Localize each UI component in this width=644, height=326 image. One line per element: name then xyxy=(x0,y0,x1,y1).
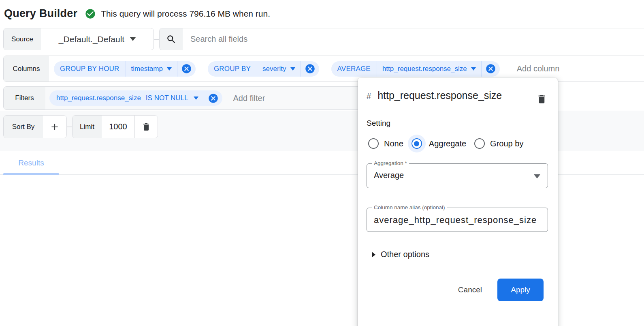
alias-field-label: Column name alias (optional) xyxy=(372,204,447,210)
tab-results[interactable]: Results xyxy=(3,151,59,175)
dialog-actions: Cancel Apply xyxy=(367,279,548,301)
aggregation-select[interactable]: Aggregation * Average xyxy=(367,163,548,188)
chip-field-dropdown[interactable]: http_request.response_size xyxy=(377,65,481,73)
dialog-field-name: http_request.response_size xyxy=(377,90,502,101)
filter-chip-dropdown[interactable]: http_request.response_size IS NOT NULL xyxy=(49,94,204,102)
sort-by-control: Sort By xyxy=(3,115,67,138)
remove-column-button[interactable] xyxy=(177,63,196,74)
dropdown-caret-icon xyxy=(534,174,540,178)
plus-icon xyxy=(49,122,60,132)
radio-aggregate[interactable]: Aggregate xyxy=(412,138,474,149)
page-title: Query Builder xyxy=(4,7,77,20)
close-circle-icon xyxy=(208,93,219,104)
search-icon xyxy=(166,34,177,45)
search-icon-cell xyxy=(160,28,183,50)
remove-filter-button[interactable] xyxy=(204,93,222,104)
aggregation-field-label: Aggregation * xyxy=(372,160,409,166)
chip-operation: GROUP BY xyxy=(208,65,257,73)
chip-operation: GROUP BY HOUR xyxy=(54,65,126,73)
source-label: Source xyxy=(4,28,41,50)
source-dropdown[interactable]: _Default._Default xyxy=(41,28,154,50)
column-chip-response-size[interactable]: AVERAGE http_request.response_size xyxy=(331,61,500,77)
chevron-down-icon xyxy=(290,67,295,71)
cancel-button[interactable]: Cancel xyxy=(448,281,492,298)
filters-label: Filters xyxy=(4,87,45,109)
chip-field-name: timestamp xyxy=(131,65,163,73)
radio-none[interactable]: None xyxy=(368,138,412,149)
add-filter-input[interactable]: Add filter xyxy=(233,94,265,103)
radio-label: None xyxy=(384,139,403,148)
dialog-header: #http_request.response_size xyxy=(367,87,548,107)
chip-operation: AVERAGE xyxy=(331,65,377,73)
alias-value: average_http_request_response_size xyxy=(374,215,545,225)
search-box xyxy=(159,28,644,50)
source-value: _Default._Default xyxy=(59,34,124,44)
row-connector xyxy=(154,39,159,40)
column-alias-field[interactable]: Column name alias (optional) average_htt… xyxy=(367,208,548,232)
column-chip-severity[interactable]: GROUP BY severity xyxy=(208,61,319,77)
dialog-divider xyxy=(367,196,548,196)
search-input[interactable] xyxy=(183,28,644,50)
filter-condition: IS NOT NULL xyxy=(141,94,190,102)
radio-icon xyxy=(474,138,485,149)
expander-arrow-icon xyxy=(372,252,375,257)
filter-field-name: http_request.response_size xyxy=(56,94,141,102)
column-settings-dialog: #http_request.response_size Setting None… xyxy=(358,78,558,326)
chip-field-dropdown[interactable]: timestamp xyxy=(126,65,177,73)
add-column-input[interactable]: Add column xyxy=(517,64,560,73)
columns-label: Columns xyxy=(4,56,49,82)
filter-chip[interactable]: http_request.response_size IS NOT NULL xyxy=(49,90,222,106)
query-status-text: This query will process 796.16 MB when r… xyxy=(101,9,270,19)
chevron-down-icon xyxy=(167,67,172,71)
trash-icon xyxy=(141,122,151,132)
trash-icon xyxy=(536,94,547,105)
radio-label: Aggregate xyxy=(429,139,466,148)
row-connector xyxy=(67,127,72,127)
chevron-down-icon xyxy=(194,97,198,100)
close-circle-icon xyxy=(485,63,496,74)
numeric-type-icon: # xyxy=(367,92,371,101)
radio-icon xyxy=(368,138,379,149)
chevron-down-icon xyxy=(130,37,136,41)
chip-field-name: severity xyxy=(262,65,286,73)
radio-selected-icon xyxy=(412,138,422,149)
other-options-expander[interactable]: Other options xyxy=(367,250,548,259)
delete-limit-button[interactable] xyxy=(134,116,158,138)
remove-column-button[interactable] xyxy=(301,63,319,74)
apply-button[interactable]: Apply xyxy=(497,279,544,301)
source-selector: Source _Default._Default xyxy=(3,28,154,50)
close-circle-icon xyxy=(305,63,316,74)
limit-control: Limit 1000 xyxy=(72,115,158,138)
limit-label: Limit xyxy=(73,116,102,138)
remove-column-button[interactable] xyxy=(482,63,500,74)
delete-column-button[interactable] xyxy=(535,93,548,107)
aggregation-value: Average xyxy=(374,171,531,180)
other-options-label: Other options xyxy=(381,250,429,259)
close-circle-icon xyxy=(181,63,192,74)
active-tab-underline xyxy=(3,173,59,175)
dialog-title: #http_request.response_size xyxy=(367,87,509,105)
chip-field-dropdown[interactable]: severity xyxy=(257,65,301,73)
column-chip-timestamp[interactable]: GROUP BY HOUR timestamp xyxy=(54,61,196,77)
sort-by-label: Sort By xyxy=(4,116,43,138)
check-circle-icon xyxy=(85,8,96,19)
radio-group-by[interactable]: Group by xyxy=(474,138,523,149)
chevron-down-icon xyxy=(471,67,476,71)
header: Query Builder This query will process 79… xyxy=(4,7,270,20)
limit-value-field[interactable]: 1000 xyxy=(102,116,134,138)
add-sort-button[interactable] xyxy=(43,116,66,138)
radio-label: Group by xyxy=(490,139,523,148)
setting-radio-group: None Aggregate Group by xyxy=(368,138,548,149)
chip-field-name: http_request.response_size xyxy=(382,65,467,73)
setting-section-label: Setting xyxy=(367,119,548,128)
